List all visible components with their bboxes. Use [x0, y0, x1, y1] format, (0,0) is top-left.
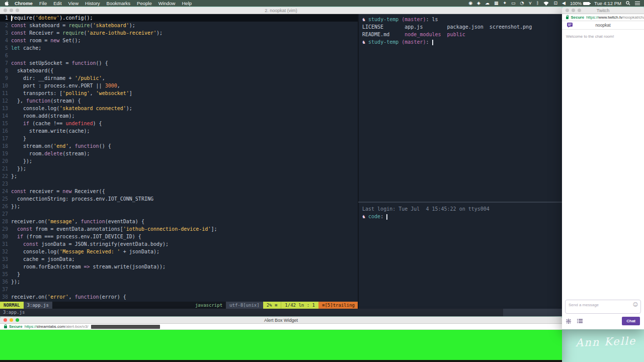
token: room = [26, 38, 50, 43]
token: let [11, 45, 20, 51]
token: delete [44, 151, 62, 156]
window-icon[interactable]: ▭ [511, 0, 516, 7]
terminal-body[interactable]: 1require('dotenv').config();2const skate… [0, 14, 562, 316]
line-number: 19 [0, 150, 8, 157]
code-line: 13 console.log('skateboard connected'); [0, 105, 358, 112]
chat-message-input[interactable]: Send a message ☺ [565, 300, 641, 314]
token: (eventData) { [105, 219, 144, 224]
token: : [426, 39, 432, 45]
token: skateboard({ [11, 68, 53, 73]
grid-icon[interactable]: ▦ [494, 0, 499, 7]
token: }); [11, 158, 32, 164]
token [11, 226, 17, 232]
menu-item-view[interactable]: View [68, 1, 78, 6]
alert-box-url[interactable]: https://streamlabs.com/alert-box/v3/ [25, 324, 89, 329]
token: }); [11, 166, 26, 171]
token: setUpSocket = [26, 60, 71, 66]
token: ).config(); [59, 15, 93, 21]
token: new [50, 38, 59, 43]
token: : ls [426, 17, 438, 22]
menu-item-window[interactable]: Window [158, 1, 176, 6]
code-line: 16 stream.write(cache); [0, 127, 358, 135]
twitch-url[interactable]: https://www.twitch.tv/noopkat/cha… [586, 15, 644, 20]
menu-item-bookmarks[interactable]: Bookmarks [107, 1, 131, 6]
vim-statusline-filler [52, 302, 192, 309]
code-line: 4const room = new Set(); [0, 37, 358, 44]
camera-icon[interactable]: ◉ [468, 0, 472, 7]
line-number: 7 [0, 59, 8, 67]
tmux-statusbar-segment [503, 309, 562, 316]
code-line: 7const setUpSocket = function() { [0, 59, 358, 67]
tmux-horizontal-divider[interactable] [358, 202, 562, 203]
tmux-vertical-divider[interactable] [358, 14, 359, 309]
menu-item-people[interactable]: People [137, 1, 152, 6]
display-icon[interactable]: ⊡ [553, 0, 557, 7]
vim-scroll-percent: 2% ≡ [263, 302, 281, 309]
pointer-icon[interactable]: ✦ [503, 0, 507, 7]
twitch-chat-window: Twitch Secure https://www.twitch.tv/noop… [562, 7, 644, 329]
emote-picker-icon[interactable]: ☺ [633, 302, 638, 307]
token: (stream) { [50, 98, 80, 104]
code-line: 20 }); [0, 157, 358, 165]
shell-pane-bottom[interactable]: Last login: Tue Jul 4 15:45:22 on ttys00… [359, 204, 562, 309]
twitch-titlebar[interactable]: Twitch [562, 7, 644, 14]
apple-menu-icon[interactable] [4, 1, 10, 6]
token: 'error' [47, 294, 68, 300]
token: 'message' [47, 219, 74, 224]
terminal-titlebar[interactable]: 2. noopkat (vim) [0, 7, 562, 14]
vim-cursor-position: 1/42 ln : 1 [281, 302, 318, 309]
vysor-icon[interactable]: ⋎ [528, 0, 532, 7]
alert-box-titlebar[interactable]: Alert Box Widget [0, 317, 562, 324]
volume-icon[interactable]: ◀ [562, 0, 566, 7]
secure-lock-icon [4, 326, 7, 328]
menu-item-edit[interactable]: Edit [53, 1, 61, 6]
viewer-list-icon[interactable] [577, 319, 583, 323]
token: skateboard = [26, 23, 68, 28]
token: '/public' [74, 75, 102, 81]
chat-send-button[interactable]: Chat [622, 317, 640, 325]
line-number: 27 [0, 210, 8, 218]
menu-item-app[interactable]: Chrome [15, 1, 33, 6]
token: function [80, 219, 105, 224]
wifi-icon[interactable] [543, 2, 549, 6]
token: room. [11, 151, 44, 156]
menu-item-history[interactable]: History [85, 1, 100, 6]
moon-icon[interactable]: ◔ [520, 0, 524, 7]
notification-center-icon[interactable] [635, 1, 640, 6]
shell-pane-top[interactable]: ♞ study-temp (master): lsLICENSE app.js … [359, 14, 562, 202]
code-line: 28receiver.on('message', function(eventD… [0, 218, 358, 225]
shield-icon[interactable]: ◈ [477, 0, 480, 7]
token: jsonData = JSON.stringify(eventData.body… [38, 241, 169, 247]
line-number: 12 [0, 97, 8, 105]
alert-box-addressbar[interactable]: Secure https://streamlabs.com/alert-box/… [0, 324, 562, 330]
menu-item-help[interactable]: Help [182, 1, 192, 6]
token: , [117, 83, 120, 88]
battery-icon [583, 2, 590, 5]
token: function [74, 143, 99, 149]
token: room.add(stream); [11, 113, 74, 119]
twitch-addressbar[interactable]: Secure https://www.twitch.tv/noopkat/cha… [562, 14, 644, 21]
redacted-url-token [91, 325, 160, 329]
code-line: 34 room.forEach(stream => stream.write(j… [0, 263, 358, 270]
chat-message-area[interactable] [562, 43, 644, 300]
terminal-line: README.md node_modules public [362, 31, 562, 38]
spotlight-search-icon[interactable] [626, 1, 630, 6]
code-line: 38receiver.on('error', function(error) { [0, 293, 358, 301]
code-line: 1require('dotenv').config(); [0, 14, 358, 22]
line-number: 35 [0, 270, 8, 278]
line-number: 13 [0, 105, 8, 112]
token: dir: __dirname + [11, 75, 74, 81]
secure-label: Secure [571, 15, 584, 20]
token [11, 121, 23, 126]
chat-settings-gear-icon[interactable] [566, 319, 571, 324]
cloud-icon[interactable]: ☁ [485, 0, 490, 7]
vim-editor-pane[interactable]: 1require('dotenv').config();2const skate… [0, 14, 358, 302]
token: ] [129, 90, 132, 96]
token: 3000 [105, 83, 117, 88]
code-line: 21 }); [0, 165, 358, 172]
bluetooth-icon[interactable]: ᛒ [536, 0, 539, 7]
token: const [11, 30, 26, 36]
terminal-line: Last login: Tue Jul 4 15:45:22 on ttys00… [362, 205, 562, 213]
menu-item-file[interactable]: File [39, 1, 47, 6]
line-number: 14 [0, 112, 8, 120]
